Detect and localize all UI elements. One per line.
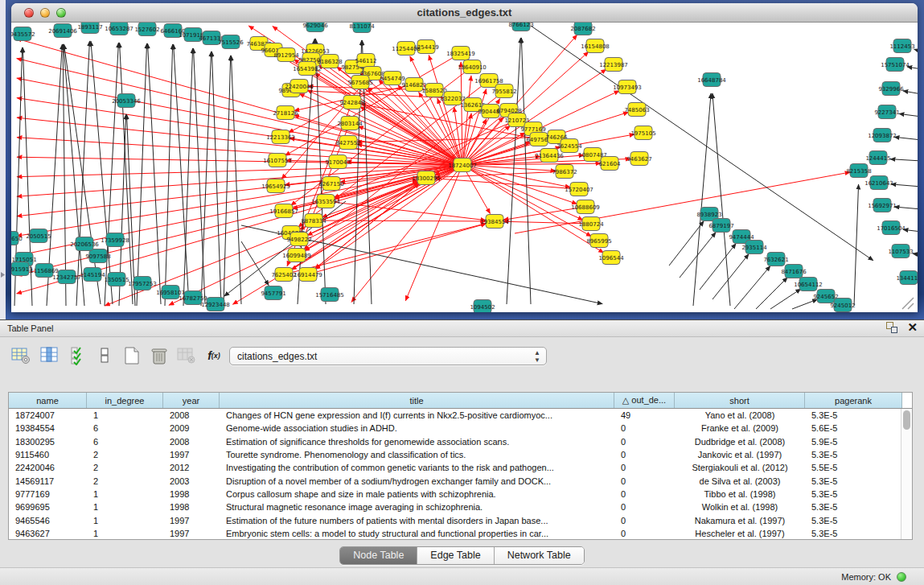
- cell-pagerank[interactable]: 5.3E-5: [805, 529, 901, 538]
- cell-out_de[interactable]: 0: [614, 476, 675, 486]
- edge[interactable]: [734, 266, 770, 309]
- graph-node[interactable]: 6879197: [708, 219, 733, 233]
- graph-node[interactable]: 1145194: [80, 268, 105, 282]
- cell-short[interactable]: de Silva et al. (2003): [675, 476, 805, 486]
- cell-pagerank[interactable]: 5.3E-5: [805, 450, 901, 459]
- cell-in_degree[interactable]: 1: [87, 529, 163, 538]
- graph-node[interactable]: 16914479: [294, 268, 322, 282]
- cell-short[interactable]: Tibbo et al. (1998): [675, 489, 805, 499]
- cell-short[interactable]: Stergiakouli et al. (2012): [675, 463, 805, 472]
- selected-edge[interactable]: [17, 39, 462, 165]
- graph-node[interactable]: 9170043: [325, 155, 350, 169]
- graph-node[interactable]: 1112453: [889, 39, 914, 53]
- graph-node[interactable]: 3624554: [556, 139, 582, 153]
- cell-short[interactable]: Dudbridge et al. (2008): [675, 437, 805, 447]
- graph-node[interactable]: 7625402: [271, 268, 296, 282]
- cell-name[interactable]: 19384554: [9, 423, 87, 433]
- graph-node[interactable]: 17957253: [128, 277, 157, 290]
- splitter-collapse-arrow-icon[interactable]: [1, 272, 5, 278]
- graph-node[interactable]: 1350515: [104, 273, 129, 286]
- graph-node[interactable]: 7955812: [491, 84, 516, 98]
- column-header-title[interactable]: title: [220, 393, 614, 408]
- float-panel-icon[interactable]: [886, 322, 897, 333]
- edge[interactable]: [680, 233, 716, 278]
- table-vertical-scrollbar[interactable]: [901, 409, 912, 539]
- new-table-icon[interactable]: [121, 345, 143, 366]
- graph-node[interactable]: 9245012: [830, 299, 855, 312]
- cell-out_de[interactable]: 0: [614, 463, 675, 472]
- cell-title[interactable]: Changes of HCN gene expression and I(f) …: [220, 410, 614, 420]
- selected-edge[interactable]: [308, 224, 486, 274]
- cell-in_degree[interactable]: 1: [87, 489, 163, 499]
- graph-node[interactable]: 10688609: [571, 200, 600, 214]
- graph-node[interactable]: 1096544: [598, 251, 624, 265]
- edge[interactable]: [241, 241, 269, 286]
- table-row[interactable]: 2242004622012Investigating the contribut…: [9, 461, 901, 474]
- cell-title[interactable]: Structural magnetic resonance image aver…: [220, 502, 614, 512]
- graph-node[interactable]: 2050515: [26, 229, 51, 243]
- edge[interactable]: [507, 38, 520, 304]
- graph-node[interactable]: 12213363: [266, 130, 295, 144]
- graph-node[interactable]: 16107553: [263, 154, 292, 167]
- memory-ok-indicator-icon[interactable]: [897, 572, 906, 582]
- graph-node[interactable]: 19384554: [480, 215, 509, 229]
- tab-network-table[interactable]: Network Table: [495, 547, 584, 564]
- graph-node[interactable]: 7986372: [552, 165, 577, 179]
- graph-node[interactable]: 16648784: [697, 73, 726, 87]
- cell-year[interactable]: 2009: [163, 423, 220, 433]
- graph-node[interactable]: 5675685: [347, 76, 372, 89]
- cell-name[interactable]: 22420046: [9, 463, 87, 472]
- edge[interactable]: [894, 137, 918, 140]
- table-source-select[interactable]: citations_edges.txt ▲▼: [229, 347, 547, 365]
- cell-short[interactable]: Franke et al. (2009): [675, 423, 805, 433]
- cell-title[interactable]: Investigating the contribution of common…: [220, 463, 614, 472]
- graph-node[interactable]: 19166857: [269, 204, 298, 218]
- citation-graph[interactable]: 9435572206914061893117106532871527602646…: [11, 23, 918, 312]
- cell-out_de[interactable]: 0: [614, 502, 675, 512]
- cell-pagerank[interactable]: 5.3E-5: [805, 410, 901, 420]
- selected-edge[interactable]: [326, 201, 486, 220]
- edge[interactable]: [148, 43, 161, 304]
- table-row[interactable]: 911546021997Tourette syndrome. Phenomeno…: [9, 448, 901, 461]
- edge[interactable]: [201, 51, 211, 306]
- cell-name[interactable]: 18300295: [9, 437, 87, 447]
- graph-node[interactable]: 1893117: [77, 23, 102, 34]
- graph-node[interactable]: 21364436: [535, 149, 564, 163]
- graph-node[interactable]: 8427552: [335, 136, 360, 150]
- graph-node[interactable]: 2935114: [741, 241, 767, 254]
- graph-node[interactable]: 12093872: [868, 129, 897, 142]
- graph-node[interactable]: 8215358: [846, 164, 871, 178]
- cell-title[interactable]: Disruption of a novel member of a sodium…: [220, 476, 614, 486]
- table-row[interactable]: 1938455462009Genome-wide association stu…: [9, 422, 901, 435]
- cell-pagerank[interactable]: 5.3E-5: [805, 476, 901, 486]
- select-columns-icon[interactable]: [39, 345, 61, 366]
- edge[interactable]: [63, 44, 66, 306]
- table-row[interactable]: 946362711997Embryonic stem cells: a mode…: [9, 527, 901, 539]
- graph-node[interactable]: 10654112: [794, 278, 823, 291]
- cell-name[interactable]: 9115460: [9, 450, 87, 459]
- column-header-name[interactable]: name: [9, 393, 87, 408]
- table-row[interactable]: 1830029562008Estimation of significance …: [9, 435, 901, 448]
- cell-out_de[interactable]: 0: [614, 423, 675, 433]
- edge[interactable]: [914, 49, 918, 51]
- graph-node[interactable]: 18325419: [446, 47, 475, 60]
- cell-pagerank[interactable]: 5.5E-5: [805, 463, 901, 472]
- edge[interactable]: [211, 51, 221, 304]
- graph-node[interactable]: 20206536: [70, 237, 99, 251]
- tab-node-table[interactable]: Node Table: [340, 547, 417, 564]
- graph-node[interactable]: 8471676: [781, 265, 807, 278]
- cell-short[interactable]: Nakamura et al. (1997): [675, 516, 805, 525]
- graph-node[interactable]: 20053346: [112, 94, 141, 108]
- edge[interactable]: [713, 93, 730, 306]
- graph-node[interactable]: 7485063: [624, 103, 649, 117]
- cell-pagerank[interactable]: 5.3E-5: [805, 502, 901, 512]
- edge[interactable]: [76, 41, 89, 306]
- edge[interactable]: [891, 184, 918, 187]
- selected-edge[interactable]: [169, 165, 462, 305]
- table-row[interactable]: 1456911722003Disruption of a novel membe…: [9, 474, 901, 487]
- cell-title[interactable]: Tourette syndrome. Phenomenology and cla…: [220, 450, 614, 459]
- edge[interactable]: [194, 48, 205, 304]
- edge[interactable]: [64, 44, 101, 304]
- cell-name[interactable]: 9699695: [9, 502, 87, 512]
- graph-node[interactable]: 1344115: [896, 271, 918, 285]
